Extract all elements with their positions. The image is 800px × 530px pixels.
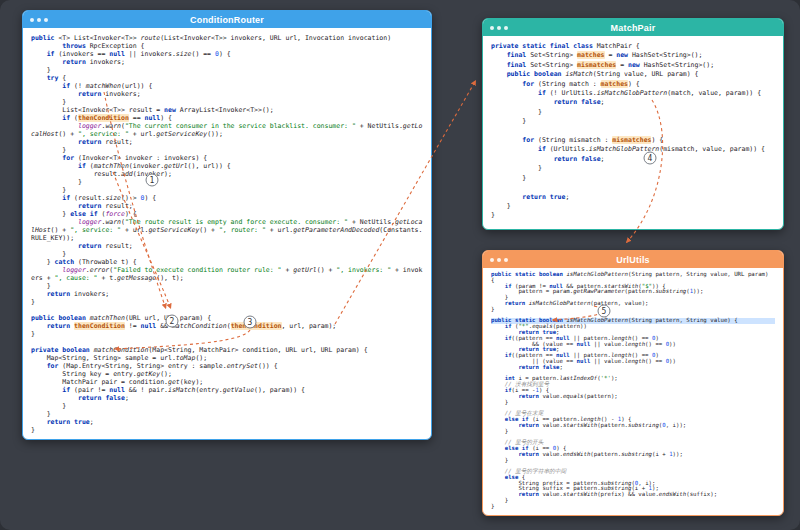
panel-title: MatchPair (611, 23, 656, 33)
code-line: } (31, 186, 423, 194)
window-dots-icon (490, 258, 508, 262)
code-line: try { (31, 74, 423, 82)
code-line: if (! UrlUtils.isMatchGlobPattern(match,… (491, 89, 775, 98)
code-line: } (31, 146, 423, 154)
code-line: for (String mismatch : mismatches) { (491, 136, 775, 145)
code-map-canvas: ConditionRouter public <T> List<Invoker<… (0, 0, 800, 530)
code-line: } (31, 402, 423, 410)
code-line: final Set<String> matches = new HashSet<… (491, 51, 775, 60)
code-line: } (491, 211, 775, 220)
code-line: } (491, 504, 775, 510)
code-line: } (31, 298, 423, 306)
code-line: String key = entry.getKey(); (31, 370, 423, 378)
code-line: public boolean matchThen(URL url, URL pa… (31, 314, 423, 322)
code-line: return true; (31, 418, 423, 426)
code-line: if (UrlUtils.isMatchGlobPattern(mismatch… (491, 145, 775, 154)
code-line: for (Invoker<T> invoker : invokers) { (31, 154, 423, 162)
code-line (491, 127, 775, 136)
step-badge-5: 5 (598, 305, 611, 318)
panel-matchpair-header[interactable]: MatchPair (483, 19, 783, 36)
panel-title: UrlUtils (616, 255, 650, 265)
code-line: } (491, 202, 775, 211)
step-badge-1: 1 (146, 174, 159, 187)
code-line: return false; (491, 155, 775, 164)
conditionrouter-code-block[interactable]: public <T> List<Invoker<T>> route(List<I… (23, 28, 431, 439)
code-line (31, 306, 423, 314)
code-line: Map<String, String> sample = url.toMap()… (31, 354, 423, 362)
code-line: List<Invoker<T>> result = new ArrayList<… (31, 106, 423, 114)
window-dots-icon (30, 18, 48, 22)
code-line: } (31, 178, 423, 186)
code-line: result.add(invoker); (31, 170, 423, 178)
code-line: } (31, 410, 423, 418)
code-line: return invokers; (31, 90, 423, 98)
code-line: return false; (491, 98, 775, 107)
code-line: if (thenCondition == null) { (31, 114, 423, 122)
window-dots-icon (490, 26, 508, 30)
code-line: logger.error("Failed to execute conditio… (31, 266, 423, 282)
code-line: } (31, 330, 423, 338)
code-line: final Set<String> mismatches = new HashS… (491, 61, 775, 70)
code-line (31, 338, 423, 346)
step-badge-4: 4 (644, 152, 657, 165)
code-line: } catch (Throwable t) { (31, 258, 423, 266)
code-line: } (491, 164, 775, 173)
code-line: } (31, 250, 423, 258)
panel-title: ConditionRouter (190, 15, 264, 25)
code-line: private boolean matchCondition(Map<Strin… (31, 346, 423, 354)
code-line: return true; (491, 193, 775, 202)
code-line: } (31, 98, 423, 106)
panel-urlutils[interactable]: UrlUtils public static boolean isMatchGl… (482, 250, 784, 516)
panel-matchpair[interactable]: MatchPair private static final class Mat… (482, 18, 784, 230)
code-line: for (Map.Entry<String, String> entry : s… (31, 362, 423, 370)
code-line: if (! matchWhen(url)) { (31, 82, 423, 90)
code-line: } else if (force) { (31, 210, 423, 218)
step-badge-2: 2 (166, 315, 179, 328)
code-line: return result; (31, 138, 423, 146)
panel-urlutils-header[interactable]: UrlUtils (483, 251, 783, 268)
code-line: public boolean isMatch(String value, URL… (491, 70, 775, 79)
code-line: return false; (31, 394, 423, 402)
code-line: if (result.size() > 0) { (31, 194, 423, 202)
code-line: logger.warn("The route result is empty a… (31, 218, 423, 242)
code-line: for (String match : matches) { (491, 80, 775, 89)
code-line: return result; (31, 242, 423, 250)
code-line: if (invokers == null || invokers.size() … (31, 50, 423, 58)
code-line (491, 183, 775, 192)
code-line: return invokers; (31, 290, 423, 298)
urlutils-code-block[interactable]: public static boolean isMatchGlobPattern… (483, 268, 783, 515)
code-line: logger.warn("The current consumer in the… (31, 122, 423, 138)
panel-conditionrouter-header[interactable]: ConditionRouter (23, 11, 431, 28)
matchpair-code-block[interactable]: private static final class MatchPair { f… (483, 36, 783, 229)
code-line: throws RpcException { (31, 42, 423, 50)
code-line: } (31, 426, 423, 434)
step-badge-3: 3 (244, 316, 257, 329)
code-line: } (31, 66, 423, 74)
code-line: MatchPair pair = condition.get(key); (31, 378, 423, 386)
code-line: private static final class MatchPair { (491, 42, 775, 51)
panel-conditionrouter[interactable]: ConditionRouter public <T> List<Invoker<… (22, 10, 432, 440)
code-line: public <T> List<Invoker<T>> route(List<I… (31, 34, 423, 42)
code-line: return invokers; (31, 58, 423, 66)
code-line: } (491, 117, 775, 126)
code-line: } (491, 174, 775, 183)
code-line: if (pair != null && ! pair.isMatch(entry… (31, 386, 423, 394)
code-line: return result; (31, 202, 423, 210)
code-line: if (matchThen(invoker.getUrl(), url)) { (31, 162, 423, 170)
code-line: } (31, 282, 423, 290)
code-line: return thenCondition != null && matchCon… (31, 322, 423, 330)
code-line: } (491, 108, 775, 117)
